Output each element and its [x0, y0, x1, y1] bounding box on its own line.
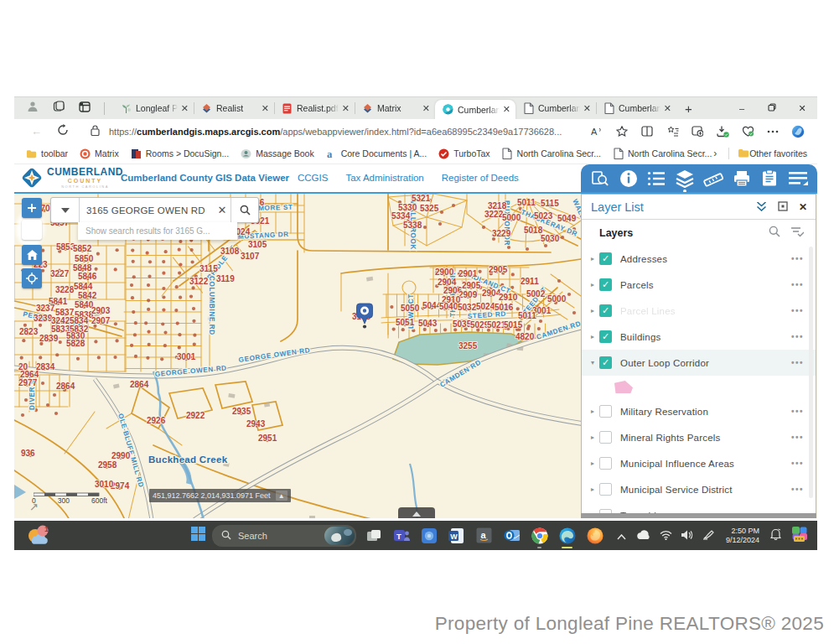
- wifi-icon[interactable]: [660, 528, 672, 543]
- ellipsis-icon[interactable]: [760, 130, 785, 133]
- read-aloud-icon[interactable]: A: [584, 126, 609, 137]
- taskbar-word-icon[interactable]: W: [448, 527, 465, 544]
- tab-close-icon[interactable]: ✕: [583, 103, 591, 114]
- chevron-right-icon[interactable]: ▸: [588, 486, 597, 493]
- zoom-out-button[interactable]: [22, 220, 42, 240]
- tab-close-icon[interactable]: ✕: [342, 103, 350, 114]
- bookmark-7[interactable]: North Carolina Secr...: [502, 148, 601, 159]
- search-clear-icon[interactable]: ✕: [214, 198, 231, 222]
- layer-row-parcels[interactable]: ▸✓Parcels•••: [582, 272, 816, 298]
- bookmark-5[interactable]: aCore Documents | A...: [326, 148, 427, 159]
- search-highlight-thumbnail[interactable]: [324, 527, 355, 545]
- attribution-tab[interactable]: [398, 507, 435, 518]
- tab-close-icon[interactable]: ✕: [503, 104, 510, 115]
- volume-icon[interactable]: [681, 528, 693, 543]
- bookmark-1[interactable]: toolbar: [26, 148, 68, 159]
- taskbar-clock[interactable]: 2:50 PM9/12/2024: [726, 527, 759, 544]
- profile-avatar-icon[interactable]: [26, 100, 39, 117]
- taskbar-search[interactable]: Search: [212, 525, 356, 547]
- layer-options-icon[interactable]: •••: [791, 306, 804, 315]
- layer-search-icon[interactable]: [769, 226, 780, 241]
- layer-checkbox[interactable]: ✓: [599, 356, 612, 369]
- layer-row-municipal-service-district[interactable]: ▸Municipal Service District•••: [582, 476, 816, 502]
- widgets-color-icon[interactable]: [790, 526, 809, 546]
- favorite-star-icon[interactable]: [609, 126, 635, 137]
- chevron-right-icon[interactable]: ▸: [588, 434, 597, 441]
- copilot-icon[interactable]: [785, 125, 811, 138]
- layer-options-icon[interactable]: •••: [791, 280, 804, 289]
- layer-checkbox[interactable]: ✓: [599, 304, 612, 317]
- taskbar-teams-icon[interactable]: T: [392, 527, 410, 544]
- chevron-right-icon[interactable]: ▸: [588, 307, 597, 314]
- layer-checkbox[interactable]: [599, 457, 612, 470]
- split-screen-icon[interactable]: [635, 126, 660, 137]
- widget-more-tools-icon[interactable]: [787, 168, 809, 190]
- bookmarks-overflow-chevron[interactable]: ›: [713, 148, 717, 159]
- taskbar-amazon-icon[interactable]: a: [475, 527, 493, 544]
- taskbar-edge-icon[interactable]: [558, 527, 576, 544]
- refresh-icon[interactable]: [57, 124, 69, 139]
- nav-link-ccgis[interactable]: CCGIS: [298, 173, 328, 183]
- taskbar-snip-icon[interactable]: [365, 527, 382, 544]
- layer-row-mineral-rights-parcels[interactable]: ▸Mineral Rights Parcels•••: [582, 424, 816, 450]
- chevron-right-icon[interactable]: ▸: [588, 460, 597, 467]
- browser-tab-7[interactable]: Cumberlan✕: [596, 97, 676, 119]
- taskbar-meet-icon[interactable]: [420, 527, 438, 544]
- tab-close-icon[interactable]: ✕: [262, 103, 269, 114]
- locate-button[interactable]: [22, 268, 42, 288]
- widget-print-icon[interactable]: [731, 168, 753, 190]
- notification-bell-icon[interactable]: [770, 528, 781, 543]
- layer-checkbox[interactable]: ✓: [599, 330, 612, 343]
- layer-options-icon[interactable]: •••: [791, 485, 804, 494]
- browser-tab-6[interactable]: Cumberlan✕: [515, 97, 596, 119]
- workspaces-icon[interactable]: [53, 101, 65, 116]
- layer-options-icon[interactable]: •••: [791, 433, 804, 442]
- fullscreen-arrow-icon[interactable]: ↗: [29, 501, 39, 513]
- taskbar-chrome-icon[interactable]: [531, 527, 548, 544]
- browser-tab-1[interactable]: Longleaf Pi✕: [113, 97, 194, 119]
- cumberland-county-logo[interactable]: CUMBERLAND COUNTY NORTH CAROLINA: [21, 167, 123, 192]
- other-favorites-button[interactable]: Other favorites: [738, 148, 807, 159]
- layer-row-addresses[interactable]: ▸✓Addresses•••: [582, 246, 816, 272]
- layer-options-icon[interactable]: •••: [791, 332, 804, 341]
- close-panel-icon[interactable]: ✕: [799, 201, 807, 213]
- nav-link-register-of-deeds[interactable]: Register of Deeds: [442, 173, 519, 183]
- layer-row-municipal-influence-areas[interactable]: ▸Municipal Influence Areas•••: [582, 450, 816, 476]
- essentials-icon[interactable]: [735, 126, 760, 137]
- layer-options-icon[interactable]: •••: [791, 254, 804, 263]
- panel-scrollbar[interactable]: [809, 247, 813, 498]
- tab-close-icon[interactable]: ✕: [664, 103, 671, 114]
- layer-checkbox[interactable]: ✓: [599, 278, 612, 291]
- layer-row-buildings[interactable]: ▸✓Buildings•••: [582, 324, 816, 350]
- widget-report-icon[interactable]: [759, 168, 780, 190]
- layer-row-outer-loop-corridor[interactable]: ▾✓Outer Loop Corridor•••: [582, 350, 816, 376]
- layer-row-military-reservation[interactable]: ▸Military Reservation•••: [582, 398, 816, 424]
- home-button[interactable]: [22, 245, 42, 265]
- layer-options-icon[interactable]: •••: [791, 459, 804, 468]
- back-icon[interactable]: ←: [31, 125, 42, 138]
- browser-tab-2[interactable]: Realist✕: [194, 97, 274, 119]
- search-suggestion[interactable]: Show search results for 3165 G...: [78, 222, 237, 240]
- tab-close-icon[interactable]: ✕: [181, 103, 189, 114]
- coordinate-caret-icon[interactable]: ▲: [276, 491, 287, 501]
- bookmark-4[interactable]: Massage Book: [241, 148, 313, 159]
- browser-tab-4[interactable]: Matrix✕: [355, 97, 435, 119]
- tab-actions-icon[interactable]: [79, 101, 91, 116]
- taskbar-outlook-icon[interactable]: [503, 527, 521, 544]
- layer-options-icon[interactable]: •••: [791, 407, 804, 416]
- copilot-plus-icon[interactable]: [685, 126, 710, 137]
- widget-layers-icon[interactable]: [674, 168, 696, 190]
- minimize-button[interactable]: –: [727, 103, 757, 113]
- bookmark-6[interactable]: TurboTax: [438, 148, 490, 159]
- collections-icon[interactable]: [660, 126, 685, 137]
- layer-row-parcel-lines[interactable]: ▸✓Parcel Lines•••: [582, 298, 816, 324]
- search-source-dropdown[interactable]: [51, 198, 80, 222]
- layer-options-icon[interactable]: •••: [791, 358, 804, 367]
- chevron-right-icon[interactable]: ▸: [588, 408, 597, 415]
- widget-info-icon[interactable]: [618, 168, 640, 190]
- widget-measure-icon[interactable]: [702, 168, 724, 190]
- taskbar-firefox-icon[interactable]: [586, 527, 603, 544]
- chevron-down-icon[interactable]: ▾: [588, 359, 597, 366]
- chevron-right-icon[interactable]: ▸: [588, 281, 597, 288]
- bookmark-3[interactable]: Rooms > DocuSign...: [131, 148, 230, 159]
